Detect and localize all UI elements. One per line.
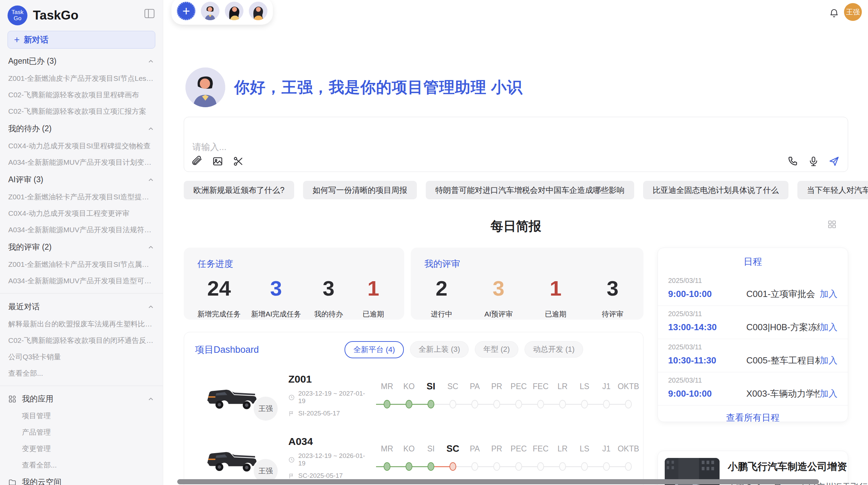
chat-composer[interactable]: 请输入...	[184, 117, 848, 172]
project-flag-row: SC-2025-05-17	[288, 472, 370, 480]
attachment-icon[interactable]	[192, 156, 203, 167]
project-row[interactable]: 王强 A034 2023-12-19 ~ 2026-01-19 SC-2025-…	[184, 429, 643, 485]
recent-chat-item[interactable]: 解释最新出台的欧盟报废车法规再生塑料比例被调至15%...	[0, 316, 163, 332]
milestone-node-pr	[486, 461, 508, 472]
project-rows: 王强 Z001 2023-12-19 ~ 2027-01-19 SI-2025-…	[184, 366, 643, 485]
session-avatar-3[interactable]	[249, 2, 267, 20]
sidebar-task-item[interactable]: A034-全新新能源MUV产品开发项目造型可行性评审	[0, 273, 163, 289]
stat-value: 3	[481, 276, 516, 300]
sidebar-task-item[interactable]: Z001-全新燃油皮卡产品开发项目SI节点Lesson Learn报告	[0, 70, 163, 87]
project-row[interactable]: 王强 Z001 2023-12-19 ~ 2027-01-19 SI-2025-…	[184, 366, 643, 424]
stat-label: 已逾期	[539, 309, 573, 319]
dashboard-tab[interactable]: 全新平台 (4)	[345, 341, 404, 358]
collapse-sidebar-icon[interactable]	[144, 9, 155, 18]
suggestion-chip[interactable]: 比亚迪全固态电池计划具体说了什么	[643, 181, 788, 199]
sidebar-task-item[interactable]: C02-飞腾新能源轻客改款项目立项汇报方案	[0, 103, 163, 120]
horizontal-scrollbar[interactable]	[177, 479, 819, 484]
sidebar-section-header[interactable]: Agent已办 (3)	[0, 52, 163, 70]
event-row: 9:00-10:00 X003-车辆动力学性能验... 加入	[668, 388, 837, 400]
suggestion-chip[interactable]: 特朗普可能对进口汽车增税会对中国车企造成哪些影响	[426, 181, 634, 199]
phone-icon[interactable]	[787, 156, 798, 167]
milestone-label-pr: PR	[486, 444, 508, 454]
project-code: Z001	[288, 373, 370, 385]
join-button[interactable]: 加入	[820, 388, 837, 400]
milestone-node-si	[420, 399, 442, 409]
event-name: C001-立项审批会	[746, 288, 820, 300]
join-button[interactable]: 加入	[820, 321, 837, 333]
suggestion-chip[interactable]: 如何写一份清晰的项目周报	[303, 181, 417, 199]
session-switcher: +	[171, 0, 273, 25]
dashboard-tab[interactable]: 动总开发 (1)	[525, 341, 583, 358]
recent-chat-item[interactable]: C02-飞腾新能源轻客改款项目的闭环通告反馈情况	[0, 332, 163, 349]
sidebar-section: 我的评审 (2) Z001-全新燃油轻卡产品开发项目SI节点属性5D文件评审A0…	[0, 238, 163, 289]
recent-chats-header[interactable]: 最近对话	[0, 298, 163, 316]
add-session-button[interactable]: +	[177, 2, 195, 20]
assistant-avatar	[185, 67, 225, 107]
app-title: TaskGo	[33, 8, 79, 23]
suggestion-chip[interactable]: 当下年轻人对汽车外观有怎样的喜好趋势	[797, 181, 868, 199]
stat: 3我的待办	[312, 276, 346, 319]
sidebar-task-item[interactable]: Z001-全新燃油轻卡产品开发项目SI节点属性5D文件评审	[0, 256, 163, 273]
stat: 2进行中	[424, 276, 459, 319]
user-avatar[interactable]: 王强	[844, 3, 862, 21]
milestone-label-mr: MR	[376, 444, 398, 454]
send-icon[interactable]	[829, 156, 840, 167]
milestone-node-sc	[442, 461, 464, 472]
recent-chats-title: 最近对话	[8, 301, 40, 312]
project-vehicle-image: 王强	[203, 437, 263, 478]
image-upload-icon[interactable]	[212, 156, 223, 167]
sidebar-task-item[interactable]: C0X4-动力总成开发项目工程变更评审	[0, 205, 163, 222]
sidebar: Task Go TaskGo + 新对话 Agent已办 (3) Z001-全新…	[0, 0, 163, 485]
app-sub-item[interactable]: 产品管理	[0, 424, 163, 440]
milestone-label-sc: SC	[442, 444, 464, 454]
stat-value: 24	[197, 276, 241, 300]
milestone-track: MRKOSISCPAPRPECFECLRLSJ1OKTB	[376, 444, 639, 472]
session-avatar-2[interactable]	[225, 2, 243, 20]
sidebar-task-item[interactable]: A034-全新新能源MUV产品开发项目法规符合性评审	[0, 222, 163, 238]
composer-right-tools	[787, 156, 840, 167]
event-time: 10:30-11:30	[668, 355, 726, 366]
sidebar-section-header[interactable]: 我的待办 (2)	[0, 120, 163, 138]
milestone-node-mr	[376, 399, 398, 409]
my-review-stats: 2进行中3AI预评审1已逾期3待评审	[424, 276, 630, 319]
suggestion-chip[interactable]: 欧洲新规最近颁布了什么?	[184, 181, 294, 199]
sidebar-item-cloud-space[interactable]: 我的云空间	[0, 473, 163, 485]
sidebar-section-header[interactable]: AI评审 (3)	[0, 171, 163, 189]
sidebar-section-title: Agent已办 (3)	[8, 56, 57, 66]
milestone-dot	[406, 400, 412, 409]
milestone-dot	[471, 400, 478, 409]
sidebar-section-header[interactable]: 我的评审 (2)	[0, 238, 163, 256]
event-date: 2025/03/11	[668, 310, 837, 318]
stat: 3待评审	[595, 276, 630, 319]
app-sub-item[interactable]: 变更管理	[0, 440, 163, 457]
milestone-node-pec	[508, 461, 530, 472]
session-avatar-1[interactable]	[201, 2, 219, 20]
new-chat-button[interactable]: + 新对话	[8, 31, 155, 49]
microphone-icon[interactable]	[808, 156, 819, 167]
recent-chat-item[interactable]: 公司Q3轻卡销量	[0, 349, 163, 365]
recent-view-all[interactable]: 查看全部...	[0, 365, 163, 382]
app-sub-item[interactable]: 项目管理	[0, 408, 163, 424]
app-logo: Task Go	[8, 5, 27, 25]
view-all-schedule-link[interactable]: 查看所有日程	[658, 406, 848, 430]
dashboard-tab[interactable]: 年型 (2)	[475, 341, 518, 358]
schedule-event: 2025/03/11 13:00-14:30 C003|H0B-方案冻结评审 加…	[658, 306, 848, 339]
task-progress-card: 任务进度 24新增完成任务3新增AI完成任务3我的待办1已逾期	[184, 248, 404, 320]
layout-grid-icon[interactable]	[827, 219, 837, 229]
scissors-icon[interactable]	[233, 156, 244, 167]
join-button[interactable]: 加入	[820, 355, 837, 366]
milestone-node-fec	[530, 461, 552, 472]
notification-bell-icon[interactable]	[829, 8, 839, 18]
join-button[interactable]: 加入	[820, 288, 837, 300]
sidebar-item-my-apps[interactable]: 我的应用	[0, 390, 163, 408]
suggestion-chips: 欧洲新规最近颁布了什么?如何写一份清晰的项目周报特朗普可能对进口汽车增税会对中国…	[184, 181, 868, 199]
sidebar-task-item[interactable]: A034-全新新能源MUV产品开发项目计划变更表编写	[0, 154, 163, 171]
sidebar-task-item[interactable]: Z001-全新燃油轻卡产品开发项目SI造型提交物评审	[0, 189, 163, 205]
sidebar-task-item[interactable]: C0X4-动力总成开发项目SI里程碑提交物检查	[0, 138, 163, 154]
stat-label: 我的待办	[312, 309, 346, 319]
milestone-node-oktb	[617, 461, 639, 472]
sidebar-task-item[interactable]: C02-飞腾新能源轻客改款项目里程碑画布	[0, 87, 163, 103]
apps-view-all[interactable]: 查看全部...	[0, 457, 163, 473]
event-name: C005-整车工程目标评审	[746, 355, 820, 366]
dashboard-tab[interactable]: 全新上装 (3)	[410, 341, 469, 358]
